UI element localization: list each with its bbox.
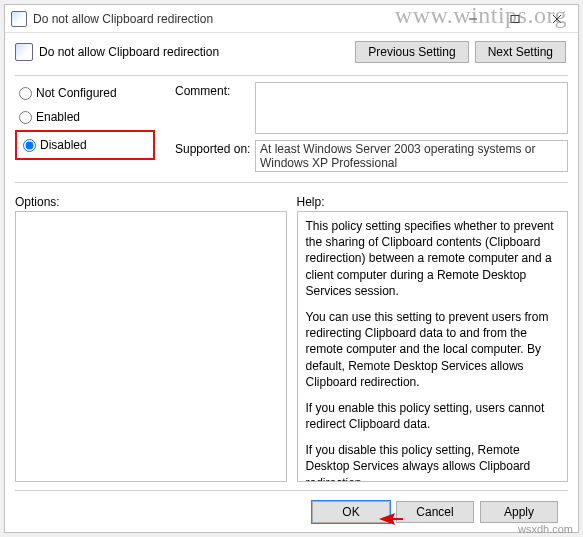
state-radios: Not Configured Enabled Disabled — [15, 82, 165, 178]
fields-area: Comment: Supported on: At least Windows … — [175, 82, 568, 178]
supported-value: At least Windows Server 2003 operating s… — [255, 140, 568, 172]
window-buttons — [452, 5, 578, 33]
radio-not-configured[interactable]: Not Configured — [15, 82, 165, 104]
radio-not-configured-input[interactable] — [19, 87, 32, 100]
options-column: Options: — [15, 195, 287, 482]
radio-not-configured-label: Not Configured — [36, 86, 117, 100]
radio-enabled[interactable]: Enabled — [15, 106, 165, 128]
supported-row: Supported on: At least Windows Server 20… — [175, 140, 568, 172]
options-panel — [15, 211, 287, 482]
options-label: Options: — [15, 195, 287, 209]
comment-input[interactable] — [255, 82, 568, 134]
help-text: You can use this setting to prevent user… — [306, 309, 560, 390]
svg-rect-1 — [511, 15, 519, 22]
comment-row: Comment: — [175, 82, 568, 134]
mid-section: Not Configured Enabled Disabled Comment: — [15, 82, 568, 178]
dialog-content: Do not allow Clipboard redirection Previ… — [5, 33, 578, 532]
radio-enabled-input[interactable] — [19, 111, 32, 124]
dialog-window: Do not allow Clipboard redirection Do no… — [4, 4, 579, 533]
policy-title: Do not allow Clipboard redirection — [39, 45, 355, 59]
supported-label: Supported on: — [175, 140, 255, 156]
divider-2 — [15, 182, 568, 183]
policy-icon — [15, 43, 33, 61]
radio-disabled[interactable]: Disabled — [19, 134, 151, 156]
help-text: This policy setting specifies whether to… — [306, 218, 560, 299]
app-icon — [11, 11, 27, 27]
footer: OK Cancel Apply — [15, 490, 568, 532]
radio-enabled-label: Enabled — [36, 110, 80, 124]
help-column: Help: This policy setting specifies whet… — [297, 195, 569, 482]
help-text: If you disable this policy setting, Remo… — [306, 442, 560, 482]
maximize-button[interactable] — [494, 5, 536, 33]
help-text: If you enable this policy setting, users… — [306, 400, 560, 432]
highlight-box-disabled: Disabled — [15, 130, 155, 160]
ok-button[interactable]: OK — [312, 501, 390, 523]
window-title: Do not allow Clipboard redirection — [33, 12, 452, 26]
lower-section: Options: Help: This policy setting speci… — [15, 195, 568, 482]
divider — [15, 75, 568, 76]
close-button[interactable] — [536, 5, 578, 33]
cancel-button[interactable]: Cancel — [396, 501, 474, 523]
help-panel[interactable]: This policy setting specifies whether to… — [297, 211, 569, 482]
help-label: Help: — [297, 195, 569, 209]
nav-buttons: Previous Setting Next Setting — [355, 41, 566, 63]
radio-disabled-input[interactable] — [23, 139, 36, 152]
header-row: Do not allow Clipboard redirection Previ… — [15, 41, 568, 63]
titlebar: Do not allow Clipboard redirection — [5, 5, 578, 33]
radio-disabled-label: Disabled — [40, 138, 87, 152]
apply-button[interactable]: Apply — [480, 501, 558, 523]
previous-setting-button[interactable]: Previous Setting — [355, 41, 468, 63]
next-setting-button[interactable]: Next Setting — [475, 41, 566, 63]
comment-label: Comment: — [175, 82, 255, 98]
minimize-button[interactable] — [452, 5, 494, 33]
